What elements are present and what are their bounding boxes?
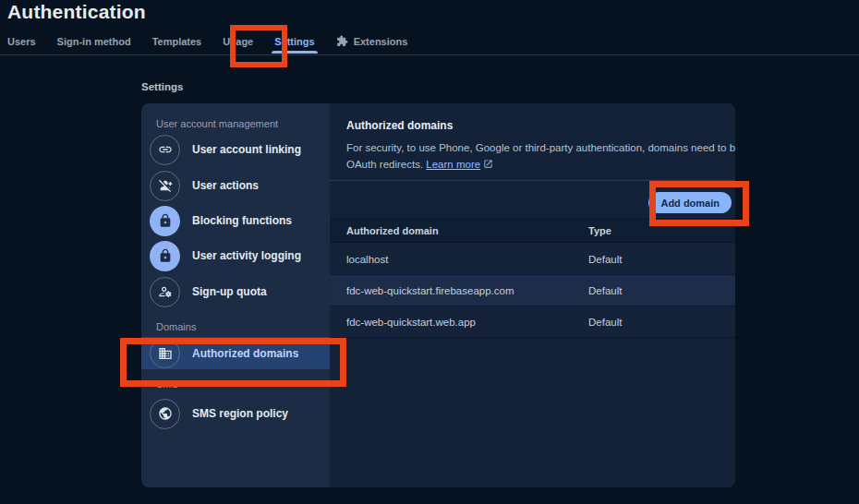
globe-icon	[150, 399, 180, 429]
sidebar-item-label: SMS region policy	[192, 407, 288, 420]
tab-templates[interactable]: Templates	[152, 28, 202, 54]
domain-cell: fdc-web-quickstart.firebaseapp.com	[346, 285, 514, 296]
sidebar-item-label: User actions	[192, 179, 259, 192]
tab-extensions[interactable]: Extensions	[336, 28, 408, 54]
sidebar-item-label: User activity logging	[192, 249, 301, 262]
page-title: Authentication	[7, 1, 146, 23]
sidebar-item-label: Blocking functions	[192, 214, 292, 227]
domain-cell: fdc-web-quickstart.web.app	[346, 317, 476, 328]
tab-usage[interactable]: Usage	[223, 28, 253, 54]
table-row[interactable]: localhost Default	[330, 244, 735, 275]
type-cell: Default	[588, 285, 622, 296]
table-header-row: Authorized domain Type	[330, 218, 735, 243]
sidebar-item-label: Authorized domains	[192, 347, 298, 360]
sidebar-item-user-actions[interactable]: User actions	[141, 168, 330, 203]
type-cell: Default	[588, 254, 622, 265]
tab-users[interactable]: Users	[7, 28, 36, 54]
lock-icon	[150, 206, 180, 236]
sidebar-item-user-activity-logging[interactable]: User activity logging	[141, 238, 330, 273]
panel-divider	[330, 180, 735, 181]
settings-card: User account management User account lin…	[141, 103, 735, 487]
panel-description: For security, to use Phone, Google or th…	[346, 140, 735, 173]
description-line1: For security, to use Phone, Google or th…	[346, 142, 735, 153]
table-row[interactable]: fdc-web-quickstart.web.app Default	[330, 306, 735, 338]
column-header-type: Type	[588, 225, 611, 236]
add-domain-button[interactable]: Add domain	[648, 192, 732, 213]
settings-sidebar: User account management User account lin…	[141, 103, 330, 487]
sidebar-item-sign-up-quota[interactable]: Sign-up quota	[141, 274, 330, 309]
authorized-domains-panel: Authorized domains For security, to use …	[330, 103, 735, 487]
person-gear-icon	[150, 277, 180, 307]
open-in-new-icon	[483, 159, 493, 169]
tab-bar: Users Sign-in method Templates Usage Set…	[0, 28, 859, 55]
sidebar-item-sms-region-policy[interactable]: SMS region policy	[141, 396, 330, 431]
sidebar-item-user-account-linking[interactable]: User account linking	[141, 132, 330, 167]
breadcrumb: Settings	[141, 81, 183, 92]
section-label-sms: SMS	[156, 378, 178, 390]
section-label-domains: Domains	[156, 321, 196, 332]
section-label-user-account-management: User account management	[156, 118, 278, 129]
learn-more-link[interactable]: Learn more	[426, 159, 480, 170]
tab-sign-in-method[interactable]: Sign-in method	[57, 28, 131, 54]
tab-extensions-label: Extensions	[354, 36, 408, 47]
puzzle-icon	[336, 35, 348, 47]
column-header-authorized-domain: Authorized domain	[346, 225, 439, 236]
sidebar-item-blocking-functions[interactable]: Blocking functions	[141, 203, 330, 238]
domain-icon	[150, 338, 180, 368]
tab-settings[interactable]: Settings	[274, 28, 314, 54]
sidebar-item-label: Sign-up quota	[192, 285, 267, 298]
link-icon	[150, 135, 180, 165]
sidebar-item-label: User account linking	[192, 143, 301, 156]
sidebar-item-authorized-domains[interactable]: Authorized domains	[141, 337, 330, 369]
lock-icon	[150, 241, 180, 271]
domain-cell: localhost	[346, 254, 388, 265]
panel-heading: Authorized domains	[346, 119, 453, 132]
type-cell: Default	[588, 317, 622, 328]
description-line2: OAuth redirects.	[346, 159, 423, 170]
person-off-icon	[150, 171, 180, 201]
table-row[interactable]: fdc-web-quickstart.firebaseapp.com Defau…	[330, 275, 735, 306]
